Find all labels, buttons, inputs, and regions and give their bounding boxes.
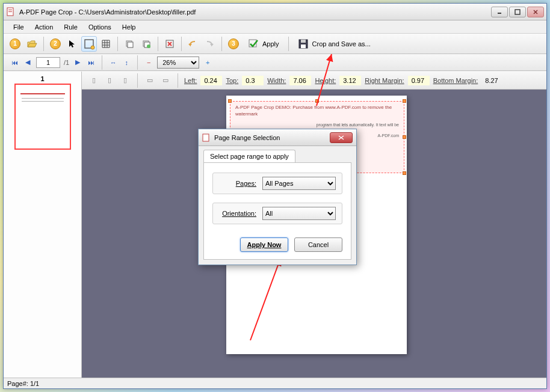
page-input[interactable]: [36, 57, 60, 68]
main-toolbar: 1 2 3 Apply Crop and Save as...: [4, 34, 546, 54]
fit-width-button[interactable]: ↔: [108, 58, 118, 67]
first-page-button[interactable]: ⏮: [10, 58, 19, 67]
right-margin-value[interactable]: 0.97: [408, 76, 430, 85]
pointer-tool[interactable]: [64, 36, 80, 52]
zoom-select[interactable]: 26%: [157, 57, 199, 69]
left-value[interactable]: 0.24: [200, 76, 222, 85]
menu-help[interactable]: Help: [117, 22, 141, 32]
apply-button[interactable]: Apply: [243, 36, 285, 52]
minimize-button[interactable]: [491, 7, 508, 17]
svg-rect-10: [128, 42, 133, 47]
menu-action[interactable]: Action: [30, 22, 58, 32]
bottom-margin-label: Bottom Margin:: [433, 77, 478, 84]
watermark-text: A-PDF Page Crop DEMO: Purchase from www.…: [230, 102, 404, 120]
handle-ne[interactable]: [403, 99, 406, 103]
dialog-title: Page Range Selection: [214, 134, 330, 141]
apply-now-button[interactable]: Apply Now: [240, 237, 288, 252]
window-controls: [491, 7, 544, 17]
last-page-button[interactable]: ⏭: [86, 58, 96, 67]
main-window: A-PDF Page Crop - C:\Users\Administrator…: [3, 3, 547, 389]
nav-toolbar: ⏮ ◀ /1 ▶ ⏭ ↔ ↕ − 26% +: [4, 54, 546, 71]
thumbnail-panel: 1: [4, 72, 82, 378]
fit-page-button[interactable]: ↕: [122, 58, 131, 67]
dist-v-icon[interactable]: ▭: [159, 75, 171, 87]
maximize-button[interactable]: [509, 7, 526, 17]
svg-rect-4: [515, 10, 520, 14]
pages-field: Pages: All Pages: [212, 173, 342, 194]
left-label: Left:: [184, 77, 197, 84]
page-total: /1: [64, 59, 69, 66]
crop-properties-bar: ▯ ▯ ▯ ▭ ▭ Left: 0.24 Top: 0.3 Width: 7.0…: [82, 72, 546, 90]
crop-rect-tool[interactable]: [81, 36, 97, 52]
prev-page-button[interactable]: ◀: [23, 58, 32, 67]
svg-point-8: [91, 46, 94, 49]
orientation-field: Orientation: All: [212, 203, 342, 224]
dialog-titlebar[interactable]: Page Range Selection: [199, 129, 356, 146]
right-margin-label: Right Margin:: [365, 77, 404, 84]
checkmark-icon: [248, 38, 259, 49]
zoom-out-button[interactable]: −: [144, 58, 153, 67]
statusbar: Page#: 1/1: [4, 378, 546, 388]
step-2-badge: 2: [48, 36, 63, 52]
menubar: File Action Rule Options Help: [4, 20, 546, 34]
zoom-in-button[interactable]: +: [203, 58, 212, 67]
top-label: Top:: [226, 77, 238, 84]
handle-e[interactable]: [403, 135, 406, 139]
width-value[interactable]: 7.06: [289, 76, 311, 85]
page-range-dialog: Page Range Selection Select page range t…: [198, 129, 357, 265]
apply-label: Apply: [262, 40, 279, 47]
align-right-icon[interactable]: ▯: [119, 75, 131, 87]
handle-n[interactable]: [315, 99, 319, 103]
titlebar[interactable]: A-PDF Page Crop - C:\Users\Administrator…: [4, 4, 546, 20]
svg-rect-17: [301, 40, 306, 43]
paste-button[interactable]: [138, 36, 154, 52]
cancel-button[interactable]: Cancel: [294, 237, 342, 252]
svg-rect-2: [8, 11, 12, 12]
height-label: Height:: [315, 77, 336, 84]
crop-save-label: Crop and Save as...: [312, 40, 371, 47]
undo-button[interactable]: [185, 36, 201, 52]
menu-file[interactable]: File: [8, 22, 29, 32]
height-value[interactable]: 3.12: [339, 76, 361, 85]
pages-label: Pages:: [219, 180, 256, 187]
menu-rule[interactable]: Rule: [59, 22, 82, 32]
svg-rect-21: [203, 134, 209, 141]
pages-select[interactable]: All Pages: [262, 177, 336, 190]
step-1-badge: 1: [7, 36, 23, 52]
app-icon: [6, 7, 16, 17]
step-3-badge: 3: [226, 36, 241, 52]
dialog-buttons: Apply Now Cancel: [212, 233, 342, 252]
svg-rect-18: [301, 44, 306, 48]
dialog-body: Pages: All Pages Orientation: All Apply …: [203, 162, 351, 260]
orientation-label: Orientation:: [219, 210, 256, 217]
redo-button[interactable]: [202, 36, 218, 52]
bottom-margin-value[interactable]: 8.27: [481, 76, 503, 85]
dialog-icon: [202, 133, 211, 142]
dist-h-icon[interactable]: ▭: [144, 75, 156, 87]
width-label: Width:: [267, 77, 286, 84]
window-title: A-PDF Page Crop - C:\Users\Administrator…: [19, 8, 491, 16]
menu-options[interactable]: Options: [84, 22, 116, 32]
tab-select-range[interactable]: Select page range to apply: [203, 150, 295, 162]
align-left-icon[interactable]: ▯: [88, 75, 100, 87]
dialog-close-button[interactable]: [330, 132, 353, 143]
thumbnail-1[interactable]: [14, 84, 71, 150]
handle-se[interactable]: [403, 171, 406, 175]
svg-point-13: [147, 44, 150, 48]
crop-save-button[interactable]: Crop and Save as...: [292, 36, 376, 52]
dialog-tabs: Select page range to apply: [199, 146, 356, 162]
copy-button[interactable]: [122, 36, 137, 52]
orientation-select[interactable]: All: [262, 207, 336, 220]
top-value[interactable]: 0.3: [242, 76, 264, 85]
align-center-icon[interactable]: ▯: [104, 75, 116, 87]
thumb-page-number: 1: [7, 75, 78, 82]
open-button[interactable]: [24, 36, 40, 52]
status-text: Page#: 1/1: [7, 380, 39, 387]
handle-nw[interactable]: [228, 99, 232, 103]
floppy-icon: [298, 38, 309, 49]
delete-button[interactable]: [162, 36, 178, 52]
grid-tool[interactable]: [98, 36, 114, 52]
close-button[interactable]: [527, 7, 544, 17]
next-page-button[interactable]: ▶: [73, 58, 82, 67]
svg-rect-1: [8, 10, 12, 10]
